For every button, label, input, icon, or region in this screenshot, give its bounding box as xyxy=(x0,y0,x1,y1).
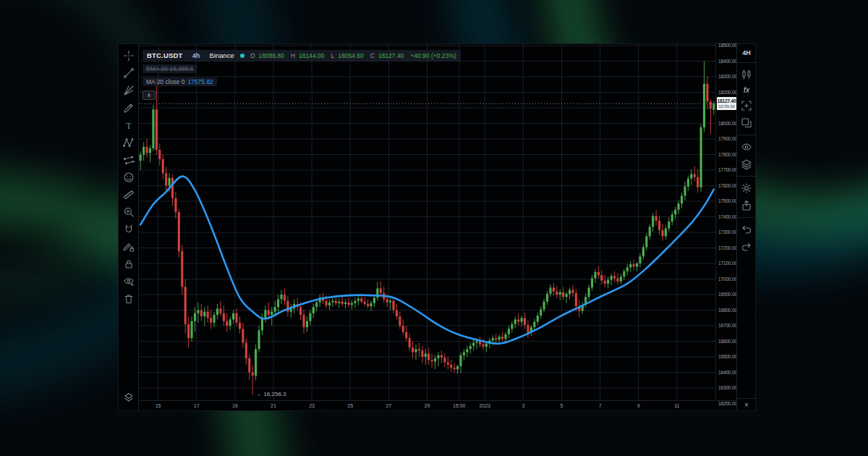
magnet-icon[interactable] xyxy=(123,224,135,235)
text-icon[interactable]: T xyxy=(123,119,135,131)
price-tick-label: 16800.00 xyxy=(718,308,737,313)
time-tick-label: 15 xyxy=(146,403,171,408)
legend-collapse-button[interactable]: ∧ xyxy=(142,90,156,100)
price-tick-label: 18500.00 xyxy=(718,43,737,48)
price-tick-label: 16700.00 xyxy=(718,323,737,328)
price-tick-label: 17800.00 xyxy=(718,152,737,157)
crosshair-icon[interactable] xyxy=(123,50,135,62)
price-tick-label: 17000.00 xyxy=(718,276,737,282)
social-card: T BTC.USDT · 4h · Binance O 18086.80 H xyxy=(0,0,868,456)
last-price-value: 18127.40 xyxy=(717,98,736,104)
exchange-label: Binance xyxy=(210,51,234,59)
indicators-button[interactable]: fx xyxy=(744,86,749,94)
sidebar-separator xyxy=(737,62,757,63)
price-tick-label: 18000.00 xyxy=(718,121,737,126)
time-tick-label: 7 xyxy=(588,403,613,408)
undo-button[interactable] xyxy=(741,224,752,235)
hide-drawings-button[interactable] xyxy=(741,141,752,153)
object-layers-button[interactable] xyxy=(741,159,752,170)
fib-icon[interactable] xyxy=(123,85,135,96)
templates-button[interactable] xyxy=(741,117,752,129)
low-value: 18054.60 xyxy=(338,52,363,59)
ma-value: 17575.82 xyxy=(187,78,213,85)
share-button[interactable] xyxy=(741,200,752,211)
price-tick-label: 16400.00 xyxy=(718,370,737,375)
market-status-dot-icon xyxy=(240,54,244,58)
lock-icon[interactable] xyxy=(123,258,135,270)
high-label: H xyxy=(291,52,295,59)
ema-value: 18,388.6 xyxy=(169,65,193,72)
price-tick-label: 17100.00 xyxy=(718,261,737,266)
drawing-toolbar: T xyxy=(119,44,139,410)
ema-indicator-row[interactable]: EMA 20 18,388.6 xyxy=(142,64,197,73)
chart-legend: BTC.USDT · 4h · Binance O 18086.80 H 181… xyxy=(142,48,461,100)
chart-plot-area[interactable]: BTC.USDT · 4h · Binance O 18086.80 H 181… xyxy=(139,44,715,400)
time-tick-label: 29 xyxy=(415,403,440,408)
close-label: C xyxy=(370,52,375,59)
sidebar-separator xyxy=(737,217,757,218)
price-tick-label: 17200.00 xyxy=(718,245,737,250)
open-label: O xyxy=(250,52,255,59)
low-label: L xyxy=(331,52,335,59)
price-tick-label: 17500.00 xyxy=(718,198,737,203)
brush-icon[interactable] xyxy=(123,102,135,114)
ruler-icon[interactable] xyxy=(123,189,135,200)
price-tick-label: 16600.00 xyxy=(718,339,737,344)
sidebar-separator xyxy=(737,135,757,135)
time-tick-label: 15:00 xyxy=(447,403,472,408)
close-value: 18127.40 xyxy=(378,52,404,59)
price-tick-label: 18400.00 xyxy=(718,59,737,64)
settings-button[interactable] xyxy=(741,182,752,194)
chart-type-button[interactable] xyxy=(741,69,752,80)
symbol-legend-row[interactable]: BTC.USDT · 4h · Binance O 18086.80 H 181… xyxy=(142,50,461,61)
trend-line-icon[interactable] xyxy=(123,67,135,79)
price-axis[interactable]: 18127.40 02:59:36 16200.0016300.0016400.… xyxy=(715,44,736,400)
interval-4h-button[interactable]: 4H xyxy=(742,49,751,56)
change-value: +40.90 (+0.23%) xyxy=(410,52,456,59)
emoji-icon[interactable] xyxy=(123,172,135,183)
price-tick-label: 16900.00 xyxy=(718,292,737,297)
fullscreen-button[interactable] xyxy=(741,100,752,111)
sidebar-separator xyxy=(737,176,757,177)
high-value: 18144.00 xyxy=(299,52,324,59)
ma-indicator-row[interactable]: MA 20 close 0 17575.82 xyxy=(142,77,217,86)
price-tick-label: 18200.00 xyxy=(718,90,737,95)
legend-separator: · xyxy=(203,51,205,59)
bar-countdown: 02:59:36 xyxy=(717,104,736,109)
time-tick-label: 9 xyxy=(626,403,651,408)
time-tick-label: 23 xyxy=(299,403,324,408)
interval-label[interactable]: 4h xyxy=(192,51,200,59)
price-tick-label: 17400.00 xyxy=(718,214,737,219)
time-tick-label: 2023 xyxy=(472,403,497,408)
object-tree-icon[interactable] xyxy=(123,392,135,403)
price-tick-label: 17900.00 xyxy=(718,136,737,141)
redo-button[interactable] xyxy=(741,241,752,253)
trading-chart-panel: T BTC.USDT · 4h · Binance O 18086.80 H xyxy=(118,43,756,411)
price-tick-label: 16500.00 xyxy=(718,354,737,359)
last-price-tag: 18127.40 02:59:36 xyxy=(717,97,736,110)
zoom-in-icon[interactable] xyxy=(123,206,135,218)
time-tick-label: 3 xyxy=(511,403,535,408)
price-tick-label: 18300.00 xyxy=(718,74,737,79)
ema-label: EMA 20 xyxy=(146,65,168,72)
svg-text:T: T xyxy=(126,121,132,131)
time-tick-label: 21 xyxy=(261,403,286,408)
channel-icon[interactable] xyxy=(123,154,135,166)
edit-lock-icon[interactable] xyxy=(123,241,135,253)
time-tick-label: 5 xyxy=(549,403,574,408)
price-tick-label: 17600.00 xyxy=(718,183,737,188)
close-button[interactable]: × xyxy=(736,398,756,411)
open-value: 18086.80 xyxy=(259,52,284,59)
xabcd-icon[interactable] xyxy=(123,137,135,148)
price-tick-label: 17300.00 xyxy=(718,229,737,235)
trash-icon[interactable] xyxy=(123,293,135,305)
low-price-annotation: ← 16,256.3 xyxy=(256,391,286,397)
time-axis[interactable]: 151719212325272915:002023357911 xyxy=(139,400,736,411)
time-tick-label: 17 xyxy=(184,403,209,408)
time-tick-label: 11 xyxy=(665,403,689,408)
time-tick-label: 25 xyxy=(338,403,362,408)
time-tick-label: 27 xyxy=(376,403,401,408)
price-tick-label: 17700.00 xyxy=(718,167,737,172)
eye-cursor-icon[interactable] xyxy=(123,276,135,287)
symbol-name[interactable]: BTC.USDT xyxy=(147,51,183,59)
